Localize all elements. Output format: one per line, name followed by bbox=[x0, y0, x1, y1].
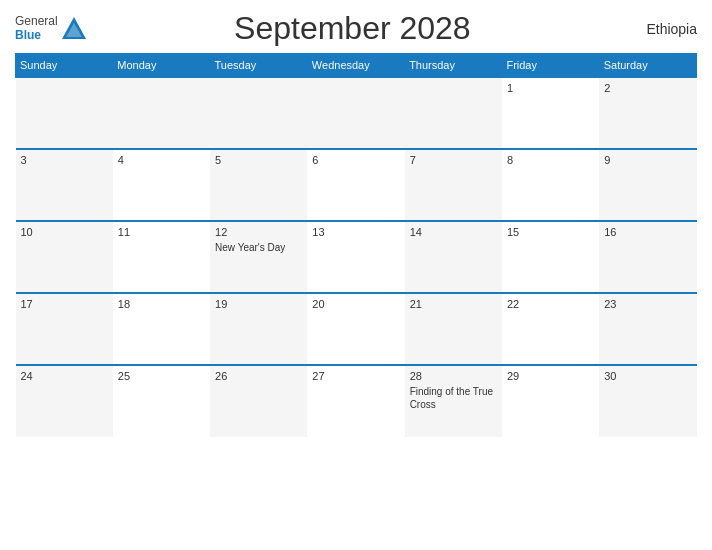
day-number: 4 bbox=[118, 154, 205, 166]
day-cell bbox=[210, 77, 307, 149]
col-tuesday: Tuesday bbox=[210, 54, 307, 78]
day-cell: 11 bbox=[113, 221, 210, 293]
day-cell: 5 bbox=[210, 149, 307, 221]
day-cell: 2 bbox=[599, 77, 696, 149]
day-cell: 25 bbox=[113, 365, 210, 437]
day-cell: 18 bbox=[113, 293, 210, 365]
country-label: Ethiopia bbox=[617, 21, 697, 37]
week-row-2: 101112New Year's Day13141516 bbox=[16, 221, 697, 293]
day-cell: 16 bbox=[599, 221, 696, 293]
day-cell: 27 bbox=[307, 365, 404, 437]
day-number: 6 bbox=[312, 154, 399, 166]
day-number: 12 bbox=[215, 226, 302, 238]
day-cell: 17 bbox=[16, 293, 113, 365]
day-number: 7 bbox=[410, 154, 497, 166]
logo-blue-text: Blue bbox=[15, 29, 58, 42]
week-row-0: 12 bbox=[16, 77, 697, 149]
day-cell bbox=[405, 77, 502, 149]
day-cell: 15 bbox=[502, 221, 599, 293]
calendar-page: General Blue September 2028 Ethiopia Sun… bbox=[0, 0, 712, 550]
day-number: 19 bbox=[215, 298, 302, 310]
day-number: 14 bbox=[410, 226, 497, 238]
day-cell: 24 bbox=[16, 365, 113, 437]
day-number: 15 bbox=[507, 226, 594, 238]
day-cell bbox=[16, 77, 113, 149]
day-number: 17 bbox=[21, 298, 108, 310]
day-number: 29 bbox=[507, 370, 594, 382]
col-monday: Monday bbox=[113, 54, 210, 78]
day-cell: 26 bbox=[210, 365, 307, 437]
day-cell: 6 bbox=[307, 149, 404, 221]
day-cell: 21 bbox=[405, 293, 502, 365]
day-number: 16 bbox=[604, 226, 691, 238]
day-cell: 20 bbox=[307, 293, 404, 365]
logo: General Blue bbox=[15, 15, 88, 43]
day-cell: 29 bbox=[502, 365, 599, 437]
day-number: 30 bbox=[604, 370, 691, 382]
day-number: 22 bbox=[507, 298, 594, 310]
day-cell: 28Finding of the True Cross bbox=[405, 365, 502, 437]
day-number: 1 bbox=[507, 82, 594, 94]
day-number: 2 bbox=[604, 82, 691, 94]
day-cell bbox=[113, 77, 210, 149]
day-cell: 4 bbox=[113, 149, 210, 221]
day-cell: 12New Year's Day bbox=[210, 221, 307, 293]
day-cell: 19 bbox=[210, 293, 307, 365]
day-number: 5 bbox=[215, 154, 302, 166]
logo-icon bbox=[60, 15, 88, 43]
day-number: 20 bbox=[312, 298, 399, 310]
day-number: 27 bbox=[312, 370, 399, 382]
day-number: 24 bbox=[21, 370, 108, 382]
day-cell: 7 bbox=[405, 149, 502, 221]
day-number: 28 bbox=[410, 370, 497, 382]
calendar-table: Sunday Monday Tuesday Wednesday Thursday… bbox=[15, 53, 697, 437]
col-sunday: Sunday bbox=[16, 54, 113, 78]
day-number: 11 bbox=[118, 226, 205, 238]
logo-general-text: General bbox=[15, 15, 58, 28]
day-number: 21 bbox=[410, 298, 497, 310]
day-cell: 8 bbox=[502, 149, 599, 221]
day-cell: 10 bbox=[16, 221, 113, 293]
day-cell: 9 bbox=[599, 149, 696, 221]
day-number: 26 bbox=[215, 370, 302, 382]
week-row-1: 3456789 bbox=[16, 149, 697, 221]
day-cell: 30 bbox=[599, 365, 696, 437]
calendar-body: 123456789101112New Year's Day13141516171… bbox=[16, 77, 697, 437]
col-wednesday: Wednesday bbox=[307, 54, 404, 78]
day-cell: 23 bbox=[599, 293, 696, 365]
day-number: 13 bbox=[312, 226, 399, 238]
day-cell: 14 bbox=[405, 221, 502, 293]
week-row-3: 17181920212223 bbox=[16, 293, 697, 365]
header-row: Sunday Monday Tuesday Wednesday Thursday… bbox=[16, 54, 697, 78]
day-number: 3 bbox=[21, 154, 108, 166]
col-saturday: Saturday bbox=[599, 54, 696, 78]
day-number: 23 bbox=[604, 298, 691, 310]
calendar-title: September 2028 bbox=[88, 10, 617, 47]
day-cell: 13 bbox=[307, 221, 404, 293]
day-number: 10 bbox=[21, 226, 108, 238]
day-cell: 1 bbox=[502, 77, 599, 149]
week-row-4: 2425262728Finding of the True Cross2930 bbox=[16, 365, 697, 437]
day-cell: 22 bbox=[502, 293, 599, 365]
event-text: Finding of the True Cross bbox=[410, 386, 493, 410]
event-text: New Year's Day bbox=[215, 242, 285, 253]
calendar-header: General Blue September 2028 Ethiopia bbox=[15, 10, 697, 47]
day-number: 8 bbox=[507, 154, 594, 166]
day-number: 25 bbox=[118, 370, 205, 382]
col-thursday: Thursday bbox=[405, 54, 502, 78]
col-friday: Friday bbox=[502, 54, 599, 78]
day-number: 9 bbox=[604, 154, 691, 166]
day-number: 18 bbox=[118, 298, 205, 310]
day-cell bbox=[307, 77, 404, 149]
day-cell: 3 bbox=[16, 149, 113, 221]
